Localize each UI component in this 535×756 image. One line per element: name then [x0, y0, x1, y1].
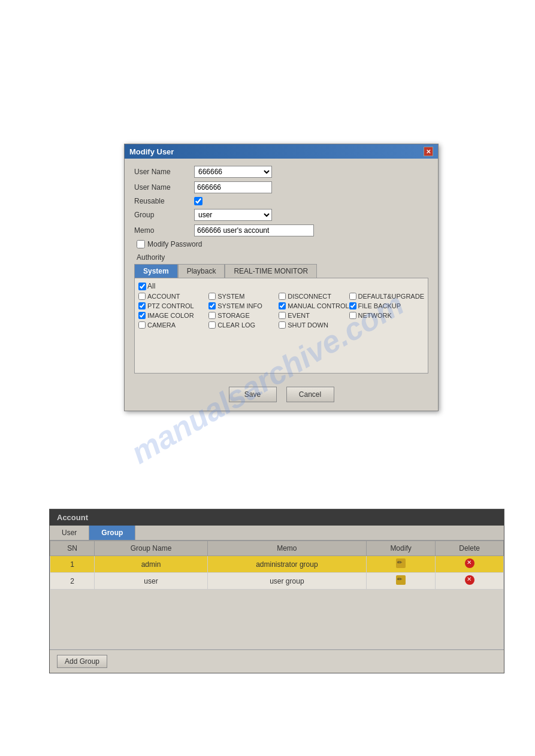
group-select[interactable]: user [194, 209, 272, 221]
auth-label-disconnect: DISCONNECT [288, 293, 331, 300]
row1-delete-icon[interactable] [465, 558, 474, 568]
table-header-row: SN Group Name Memo Modify Delete [50, 541, 504, 556]
col-delete: Delete [436, 541, 504, 556]
auth-item-system-info: SYSTEM INFO [208, 302, 279, 309]
row1-group-name: admin [95, 556, 208, 573]
reusable-checkbox[interactable] [194, 197, 202, 205]
auth-item-file-backup: FILE BACKUP [349, 302, 424, 309]
row2-modify[interactable] [366, 573, 435, 590]
account-tabs: User Group [50, 526, 504, 541]
auth-label-camera: CAMERA [147, 321, 176, 329]
auth-checkbox-account[interactable] [138, 293, 146, 300]
auth-checkbox-storage[interactable] [208, 312, 216, 319]
auth-checkbox-network[interactable] [349, 312, 356, 319]
row2-sn: 2 [50, 573, 95, 590]
username-input[interactable] [194, 181, 272, 193]
tab-system[interactable]: System [134, 264, 178, 278]
account-title: Account [50, 509, 504, 526]
row1-sn: 1 [50, 556, 95, 573]
account-footer: Add Group [50, 649, 504, 673]
auth-item-ptz-control: PTZ CONTROL [138, 302, 208, 309]
tab-playback[interactable]: Playback [178, 264, 225, 278]
authority-all-checkbox[interactable] [138, 283, 146, 290]
auth-label-storage: STORAGE [217, 312, 250, 319]
col-sn: SN [50, 541, 95, 556]
memo-input[interactable] [194, 224, 314, 236]
col-modify: Modify [366, 541, 435, 556]
auth-label-clear-log: CLEAR LOG [217, 321, 255, 329]
reusable-row: Reusable [134, 197, 428, 205]
auth-item-shut-down: SHUT DOWN [279, 321, 349, 329]
auth-item-manual-control: MANUAL CONTROL [279, 302, 349, 309]
auth-item-system: SYSTEM [208, 293, 279, 300]
auth-checkbox-image-color[interactable] [138, 312, 146, 319]
empty-row [50, 590, 504, 649]
group-label: Group [134, 211, 194, 219]
save-button[interactable]: Save [229, 387, 277, 402]
row1-delete[interactable] [436, 556, 504, 573]
memo-label: Memo [134, 226, 194, 235]
modify-password-row: Modify Password [134, 240, 428, 248]
auth-checkbox-manual-control[interactable] [279, 302, 286, 309]
auth-label-event: EVENT [288, 312, 310, 319]
auth-label-default-upgrade: DEFAULT&UPGRADE [358, 293, 424, 300]
auth-item-account: ACCOUNT [138, 293, 208, 300]
col-group-name: Group Name [95, 541, 208, 556]
auth-checkbox-disconnect[interactable] [279, 293, 286, 300]
authority-grid: ACCOUNT SYSTEM DISCONNECT DEFAULT&UPGRAD… [138, 293, 424, 329]
auth-label-system-info: SYSTEM INFO [217, 302, 262, 309]
authority-tabs: System Playback REAL-TIME MONITOR [134, 264, 428, 278]
dialog-body: User Name 666666 User Name Reusable Grou… [125, 159, 438, 381]
auth-label-image-color: IMAGE COLOR [147, 312, 194, 319]
auth-item-storage: STORAGE [208, 312, 279, 319]
group-table: SN Group Name Memo Modify Delete 1 admin… [50, 541, 504, 649]
username-input-row: User Name [134, 181, 428, 193]
cancel-button[interactable]: Cancel [286, 387, 334, 402]
row1-modify[interactable] [366, 556, 435, 573]
auth-checkbox-shut-down[interactable] [279, 321, 286, 329]
auth-checkbox-camera[interactable] [138, 321, 146, 329]
tab-realtime-monitor[interactable]: REAL-TIME MONITOR [225, 264, 317, 278]
modify-user-dialog: Modify User ✕ User Name 666666 User Name… [124, 144, 439, 411]
username-select[interactable]: 666666 [194, 166, 272, 178]
table-row: 1 admin administrator group [50, 556, 504, 573]
auth-item-default-upgrade: DEFAULT&UPGRADE [349, 293, 424, 300]
col-memo: Memo [207, 541, 366, 556]
username-input-label: User Name [134, 183, 194, 192]
add-group-button[interactable]: Add Group [57, 655, 107, 668]
tab-user[interactable]: User [50, 526, 89, 540]
auth-item-empty [349, 321, 424, 329]
dialog-close-button[interactable]: ✕ [424, 147, 433, 156]
auth-checkbox-ptz-control[interactable] [138, 302, 146, 309]
row2-delete-icon[interactable] [465, 575, 474, 585]
dialog-title: Modify User [129, 147, 174, 156]
dialog-titlebar: Modify User ✕ [125, 144, 438, 159]
auth-checkbox-default-upgrade[interactable] [349, 293, 356, 300]
account-panel: Account User Group SN Group Name Memo Mo… [49, 509, 504, 673]
modify-password-label: Modify Password [147, 240, 202, 248]
row2-group-name: user [95, 573, 208, 590]
auth-item-clear-log: CLEAR LOG [208, 321, 279, 329]
auth-label-shut-down: SHUT DOWN [288, 321, 328, 329]
tab-group[interactable]: Group [89, 526, 135, 540]
auth-checkbox-clear-log[interactable] [208, 321, 216, 329]
row1-modify-icon[interactable] [396, 558, 406, 568]
auth-item-network: NETWORK [349, 312, 424, 319]
account-table-container: SN Group Name Memo Modify Delete 1 admin… [50, 541, 504, 649]
authority-panel: All ACCOUNT SYSTEM DISCONNECT [134, 278, 428, 374]
row2-delete[interactable] [436, 573, 504, 590]
reusable-label: Reusable [134, 197, 194, 205]
row2-memo: user group [207, 573, 366, 590]
row2-modify-icon[interactable] [396, 575, 406, 585]
auth-checkbox-file-backup[interactable] [349, 302, 356, 309]
auth-checkbox-event[interactable] [279, 312, 286, 319]
auth-label-system: SYSTEM [217, 293, 244, 300]
auth-item-disconnect: DISCONNECT [279, 293, 349, 300]
modify-password-checkbox[interactable] [137, 240, 145, 248]
table-row: 2 user user group [50, 573, 504, 590]
auth-checkbox-system-info[interactable] [208, 302, 216, 309]
auth-label-account: ACCOUNT [147, 293, 180, 300]
username-select-label: User Name [134, 168, 194, 176]
auth-checkbox-system[interactable] [208, 293, 216, 300]
username-select-row: User Name 666666 [134, 166, 428, 178]
